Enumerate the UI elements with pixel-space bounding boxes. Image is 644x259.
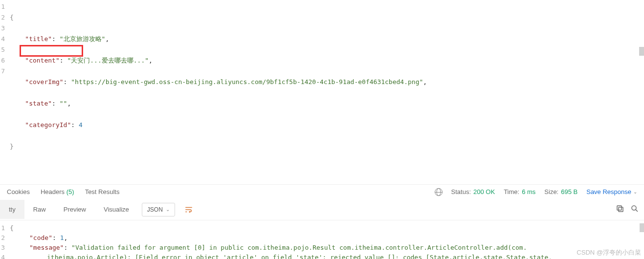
json-value-categoryid: 4 [79,121,83,129]
svg-line-3 [636,210,638,212]
status-size: Size: 695 B [544,188,577,195]
copy-icon[interactable] [616,204,624,215]
wrap-lines-icon[interactable] [182,203,196,216]
tab-test-results[interactable]: Test Results [85,188,120,195]
watermark: CSDN @浮夸的小白菜 [577,248,641,257]
save-response-button[interactable]: Save Response ⌄ [586,188,637,195]
request-json[interactable]: { "title": "北京旅游攻略", "content": "天安门...爱… [7,1,644,184]
json-value-coverimg: "https://big-event-gwd.oss-cn-beijing.al… [71,78,423,86]
status-code: Status: 200 OK [451,188,495,195]
json-value-content: "天安门...爱去哪去哪..." [67,57,149,64]
response-meta-bar: Cookies Headers (5) Test Results Status:… [0,184,644,199]
response-body: 12345678 { "code": 1, "message": "Valida… [0,220,644,259]
format-dropdown[interactable]: JSON⌄ [142,203,175,216]
svg-rect-1 [617,206,622,210]
json-value-state: "" [60,100,67,107]
tab-cookies[interactable]: Cookies [7,188,30,195]
json-value-title: "北京旅游攻略" [60,35,106,43]
scrollbar-thumb[interactable] [640,223,644,232]
globe-icon[interactable] [435,188,443,196]
view-tab-visualize[interactable]: Visualize [95,200,138,219]
chevron-down-icon: ⌄ [166,207,170,212]
svg-rect-0 [619,207,623,212]
search-icon[interactable] [630,204,639,215]
line-gutter: 1234567 [0,1,7,184]
response-line-gutter: 12345678 [0,223,7,259]
status-time: Time: 6 ms [504,188,535,195]
request-body-editor: 1234567 { "title": "北京旅游攻略", "content": … [0,0,644,184]
response-json[interactable]: { "code": 1, "message": "Validation fail… [7,223,644,259]
minimap-marker [639,47,644,56]
view-tab-preview[interactable]: Preview [55,200,95,219]
view-tab-pretty[interactable]: tty [0,200,24,219]
svg-point-2 [632,206,636,210]
tab-headers[interactable]: Headers (5) [41,188,74,195]
chevron-down-icon: ⌄ [633,189,637,194]
view-tab-raw[interactable]: Raw [24,200,55,219]
response-view-toolbar: tty Raw Preview Visualize JSON⌄ [0,199,644,220]
